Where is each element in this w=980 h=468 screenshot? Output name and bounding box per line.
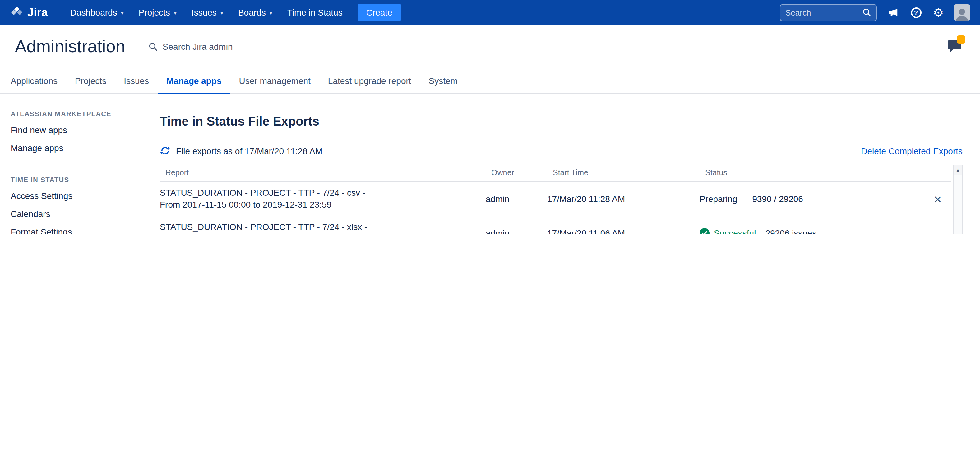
nav-dashboards[interactable]: Dashboards ▾ xyxy=(63,0,131,25)
col-header-start-time: Start Time xyxy=(553,168,705,177)
admin-search-input[interactable] xyxy=(162,42,305,52)
admin-header: Administration xyxy=(0,25,980,68)
report-name: STATUS_DURATION - PROJECT - TTP - 7/24 -… xyxy=(160,221,486,233)
chevron-down-icon: ▾ xyxy=(270,10,272,16)
report-range: From 2017-11-15 00:00 to 2019-12-31 23:5… xyxy=(160,199,486,211)
success-check-icon xyxy=(700,228,710,234)
chevron-down-icon: ▾ xyxy=(174,10,177,16)
chevron-down-icon: ▾ xyxy=(121,10,124,16)
vertical-scrollbar[interactable]: ▲ ▼ xyxy=(953,165,963,234)
page: Jira Dashboards ▾ Projects ▾ Issues ▾ Bo… xyxy=(0,0,980,234)
table-row: STATUS_DURATION - PROJECT - TTP - 7/24 -… xyxy=(160,182,951,216)
start-time-cell: 17/Mar/20 11:28 AM xyxy=(547,194,700,204)
nav-issues[interactable]: Issues ▾ xyxy=(184,0,231,25)
nav-boards[interactable]: Boards ▾ xyxy=(231,0,280,25)
sidebar-section-marketplace: ATLASSIAN MARKETPLACE Find new apps Mana… xyxy=(0,105,145,157)
sidebar-section-time-in-status: TIME IN STATUS Access Settings Calendars… xyxy=(0,171,145,234)
brand-name: Jira xyxy=(27,6,48,19)
report-name: STATUS_DURATION - PROJECT - TTP - 7/24 -… xyxy=(160,187,486,199)
user-avatar[interactable] xyxy=(954,4,970,21)
notifications-bubble-icon[interactable] xyxy=(944,37,965,56)
status-detail: 9390 / 29206 xyxy=(752,194,803,204)
tab-projects[interactable]: Projects xyxy=(66,68,115,94)
tab-latest-upgrade-report[interactable]: Latest upgrade report xyxy=(319,68,420,94)
exports-table: Report Owner Start Time Status STATUS_DU… xyxy=(160,165,963,234)
tab-applications[interactable]: Applications xyxy=(2,68,66,94)
sidebar-item-manage-apps[interactable]: Manage apps xyxy=(0,139,145,157)
refresh-icon[interactable] xyxy=(160,146,170,156)
exports-as-of-label: File exports as of 17/Mar/20 11:28 AM xyxy=(176,146,322,156)
notification-badge xyxy=(957,35,965,43)
nav-label: Time in Status xyxy=(287,8,343,17)
jira-logo[interactable]: Jira xyxy=(10,6,48,19)
col-header-status: Status xyxy=(705,168,924,177)
settings-gear-icon[interactable]: ⚙ xyxy=(929,3,948,22)
nav-search xyxy=(780,4,877,21)
status-cell: Preparing 9390 / 29206 xyxy=(700,194,924,204)
table-row: STATUS_DURATION - PROJECT - TTP - 7/24 -… xyxy=(160,216,951,234)
status-preparing: Preparing 9390 / 29206 xyxy=(700,194,803,204)
status-successful: Successful 29206 issues xyxy=(700,228,816,234)
create-button[interactable]: Create xyxy=(358,4,401,21)
scroll-up-icon[interactable]: ▲ xyxy=(954,165,962,175)
sidebar-heading: ATLASSIAN MARKETPLACE xyxy=(0,105,145,121)
report-range: From 2017-11-15 00:00 to 2019-12-31 23:5… xyxy=(160,233,486,234)
report-cell: STATUS_DURATION - PROJECT - TTP - 7/24 -… xyxy=(160,221,486,234)
start-time-cell: 17/Mar/20 11:06 AM xyxy=(547,228,700,234)
export-table-rows: STATUS_DURATION - PROJECT - TTP - 7/24 -… xyxy=(160,182,963,234)
tab-manage-apps[interactable]: Manage apps xyxy=(158,68,230,94)
sidebar-item-access-settings[interactable]: Access Settings xyxy=(0,187,145,205)
cancel-export-button[interactable]: × xyxy=(930,192,945,205)
status-detail: 29206 issues xyxy=(765,228,816,234)
tab-user-management[interactable]: User management xyxy=(231,68,319,94)
tab-issues[interactable]: Issues xyxy=(115,68,158,94)
sidebar-item-format-settings[interactable]: Format Settings xyxy=(0,223,145,234)
nav-label: Issues xyxy=(191,8,217,17)
search-icon xyxy=(149,42,158,51)
nav-search-input[interactable] xyxy=(785,8,862,17)
col-header-report: Report xyxy=(165,168,491,177)
section-title: Time in Status File Exports xyxy=(160,114,980,129)
main-panel: Time in Status File Exports File exports… xyxy=(146,94,980,234)
tab-system[interactable]: System xyxy=(420,68,466,94)
sidebar-item-find-new-apps[interactable]: Find new apps xyxy=(0,121,145,139)
nav-label: Dashboards xyxy=(70,8,117,17)
owner-cell: admin xyxy=(486,194,547,204)
top-navigation-bar: Jira Dashboards ▾ Projects ▾ Issues ▾ Bo… xyxy=(0,0,980,25)
admin-tab-bar: Applications Projects Issues Manage apps… xyxy=(0,68,980,94)
status-label: Preparing xyxy=(700,194,737,204)
search-icon[interactable] xyxy=(862,8,871,17)
nav-projects[interactable]: Projects ▾ xyxy=(131,0,184,25)
nav-label: Boards xyxy=(238,8,266,17)
sidebar-item-calendars[interactable]: Calendars xyxy=(0,205,145,223)
sidebar: ATLASSIAN MARKETPLACE Find new apps Mana… xyxy=(0,94,146,234)
admin-search xyxy=(149,42,305,52)
col-header-owner: Owner xyxy=(491,168,553,177)
delete-completed-exports-link[interactable]: Delete Completed Exports xyxy=(861,146,963,156)
status-cell: Successful 29206 issues xyxy=(700,228,924,234)
nav-label: Projects xyxy=(138,8,170,17)
owner-cell: admin xyxy=(486,228,547,234)
exports-toolbar: File exports as of 17/Mar/20 11:28 AM De… xyxy=(160,146,963,156)
content-area: ATLASSIAN MARKETPLACE Find new apps Mana… xyxy=(0,94,980,234)
feedback-megaphone-icon[interactable] xyxy=(884,3,903,22)
nav-time-in-status[interactable]: Time in Status xyxy=(280,0,350,25)
help-icon[interactable]: ? xyxy=(907,3,925,22)
status-label: Successful xyxy=(714,228,756,234)
table-header-row: Report Owner Start Time Status xyxy=(160,165,951,182)
chevron-down-icon: ▾ xyxy=(220,10,223,16)
primary-nav: Dashboards ▾ Projects ▾ Issues ▾ Boards … xyxy=(63,0,350,25)
report-cell: STATUS_DURATION - PROJECT - TTP - 7/24 -… xyxy=(160,187,486,211)
sidebar-heading: TIME IN STATUS xyxy=(0,171,145,187)
nav-icon-group: ? ⚙ xyxy=(884,3,970,22)
jira-mark-icon xyxy=(10,6,24,19)
page-title: Administration xyxy=(15,36,125,57)
